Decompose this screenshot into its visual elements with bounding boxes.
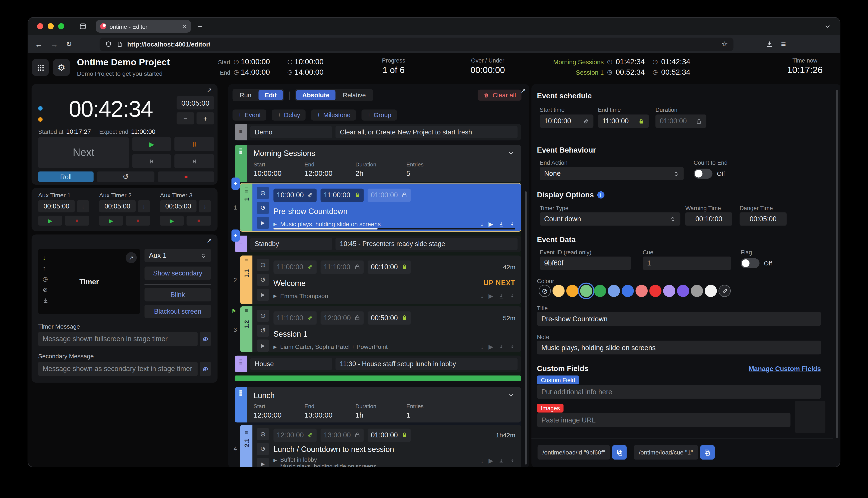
aux-timer-2-field[interactable]: 00:05:00 <box>99 200 136 212</box>
collapse-chevron-icon[interactable] <box>508 392 514 399</box>
secondary-message-visibility-button[interactable] <box>200 362 211 376</box>
inspector-scrollbar[interactable] <box>836 90 838 438</box>
link-icon[interactable] <box>307 432 313 438</box>
cue-field[interactable]: 1 <box>643 257 731 270</box>
colour-swatch[interactable] <box>594 285 606 297</box>
tab-close-icon[interactable]: ✕ <box>182 24 187 29</box>
copy-load-id-button[interactable] <box>612 445 627 459</box>
shield-icon[interactable] <box>105 41 112 47</box>
skip-event-button[interactable]: ⊖ <box>257 310 269 322</box>
lock-icon[interactable] <box>354 192 360 198</box>
load-icon[interactable] <box>498 457 505 464</box>
event-duration-field[interactable]: 01:00:00 <box>368 188 411 202</box>
milestone-note-field[interactable]: 10:45 - Presenters ready side stage <box>335 238 518 250</box>
eyedropper-swatch[interactable] <box>718 285 731 297</box>
url-bar[interactable]: http://localhost:4001/editor/ ☆ <box>100 37 733 51</box>
add-milestone-button[interactable]: +Milestone <box>311 109 356 120</box>
unlock-icon[interactable] <box>354 315 360 321</box>
colour-swatch[interactable] <box>580 285 592 297</box>
event-note[interactable]: Buffet in lobby Music plays, holding sli… <box>280 456 376 467</box>
event-title[interactable]: Welcome <box>273 278 306 287</box>
load-icon[interactable] <box>498 292 505 300</box>
url-text[interactable]: http://localhost:4001/editor/ <box>127 41 717 47</box>
play-icon[interactable]: ▶ <box>488 220 493 228</box>
expand-event-button[interactable]: ▶ <box>257 289 269 301</box>
event-cue-strip[interactable]: ≡≡1.2 <box>240 306 253 352</box>
expand-event-button[interactable]: ▶ <box>257 340 269 352</box>
milestone-title-field[interactable]: House <box>250 358 332 370</box>
group-header[interactable]: ≡≡ Morning Sessions Start10:00:00 End12:… <box>235 145 521 182</box>
quick-add-button[interactable]: + <box>231 178 240 190</box>
milestone-title-field[interactable]: Standby <box>250 238 332 250</box>
milestone-note-field[interactable]: 11:30 - House staff setup lunch in lobby <box>335 358 518 370</box>
colour-swatch[interactable] <box>608 285 620 297</box>
arrow-down-icon[interactable]: ↓ <box>481 457 484 464</box>
unlock-icon[interactable] <box>401 192 408 198</box>
event-start-field[interactable]: 11:00:00 <box>273 260 317 273</box>
tab-edit[interactable]: Edit <box>259 90 283 100</box>
start-time-field[interactable]: 10:00:00 <box>540 115 593 128</box>
load-icon[interactable] <box>498 343 505 350</box>
colour-swatch[interactable] <box>677 285 689 297</box>
event-end-field[interactable]: 12:00:00 <box>321 311 364 324</box>
stop-button[interactable]: ■ <box>158 171 214 182</box>
bolt-icon[interactable] <box>509 292 515 300</box>
colour-swatch[interactable] <box>705 285 717 297</box>
image-url-input[interactable]: Paste image URL <box>537 413 790 427</box>
reload-button[interactable]: ↻ <box>66 40 72 48</box>
event-start-field[interactable]: 11:10:00 <box>273 311 317 324</box>
play-icon[interactable]: ▶ <box>488 343 493 350</box>
milestone-row-house[interactable]: ≡≡ House 11:30 - House staff setup lunch… <box>235 356 521 372</box>
added-time-field[interactable]: 00:05:00 <box>177 96 214 109</box>
reload-event-button[interactable]: ↺ <box>97 171 155 182</box>
blink-button[interactable]: Blink <box>144 288 211 301</box>
event-duration-field[interactable]: 00:50:00 <box>368 311 411 324</box>
blackout-screen-button[interactable]: Blackout screen <box>144 305 211 318</box>
play-icon[interactable]: ▶ <box>488 292 493 300</box>
rundown-scrollbar[interactable] <box>525 192 527 464</box>
add-delay-button[interactable]: +Delay <box>272 109 306 120</box>
aux-timer-2-start-button[interactable]: ▶ <box>99 216 123 226</box>
show-secondary-button[interactable]: Show secondary <box>144 266 211 280</box>
external-link-icon[interactable]: ↗ <box>206 86 212 94</box>
drag-handle[interactable]: ≡≡ <box>235 145 247 182</box>
skip-event-button[interactable]: ⊖ <box>257 259 269 271</box>
bolt-icon[interactable] <box>509 343 515 350</box>
load-icon[interactable] <box>498 220 505 228</box>
event-title[interactable]: Lunch / Countdown to next session <box>273 445 515 454</box>
milestone-title-field[interactable]: Demo <box>250 126 332 138</box>
danger-time-field[interactable]: 00:05:00 <box>740 212 787 225</box>
colour-swatch[interactable] <box>663 285 675 297</box>
previous-event-button[interactable] <box>132 154 171 168</box>
bookmark-star-icon[interactable]: ☆ <box>722 40 728 48</box>
collapse-chevron-icon[interactable] <box>508 150 514 156</box>
external-link-icon[interactable]: ↗ <box>520 87 526 94</box>
lock-icon[interactable] <box>401 432 408 438</box>
colour-swatch[interactable] <box>649 285 662 297</box>
drag-handle[interactable]: ≡≡ <box>235 124 247 141</box>
no-colour-swatch[interactable]: ⊘ <box>539 285 551 297</box>
skip-event-button[interactable]: ⊖ <box>257 187 269 199</box>
note-expander-icon[interactable]: ▶ <box>273 293 277 298</box>
end-action-select[interactable]: None <box>540 167 684 180</box>
reload-event-button[interactable]: ↺ <box>257 443 269 455</box>
colour-swatch[interactable] <box>635 285 648 297</box>
aux-timer-1-direction-button[interactable]: ↓ <box>77 200 89 212</box>
note-expander-icon[interactable]: ▶ <box>273 222 277 226</box>
event-note[interactable]: Music plays, holding slide on screens <box>280 221 381 227</box>
info-icon[interactable]: i <box>597 192 604 199</box>
tab-relative[interactable]: Relative <box>336 90 372 100</box>
timer-message-visibility-button[interactable] <box>200 332 211 346</box>
lock-icon[interactable] <box>401 315 408 321</box>
group-header[interactable]: ≡≡ Lunch Start12:00:00 End13:00:00 Durat… <box>235 387 521 422</box>
flag-toggle[interactable] <box>741 258 760 268</box>
note-input[interactable]: Music plays, holding slide on screens <box>537 341 821 355</box>
page-icon[interactable] <box>116 41 123 47</box>
bolt-icon[interactable] <box>509 220 515 228</box>
next-event-button[interactable] <box>174 154 214 168</box>
chevron-down-icon[interactable] <box>824 23 831 30</box>
window-zoom-button[interactable] <box>58 23 64 29</box>
downloads-icon[interactable] <box>765 40 773 48</box>
event-end-field[interactable]: 13:00:00 <box>321 429 364 442</box>
aux-timer-3-field[interactable]: 00:05:00 <box>160 200 196 212</box>
